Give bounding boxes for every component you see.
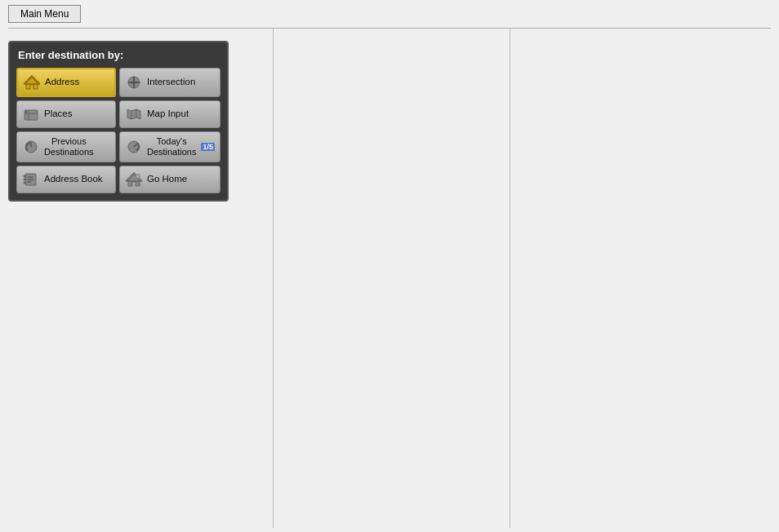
main-menu-button[interactable]: Main Menu — [8, 5, 81, 23]
map-input-button[interactable]: Map Input — [119, 100, 220, 128]
intersection-button[interactable]: Intersection — [119, 68, 220, 97]
svg-rect-21 — [24, 175, 26, 177]
map-input-icon — [125, 105, 143, 123]
go-home-icon — [125, 171, 143, 188]
places-label: Places — [44, 109, 73, 120]
places-button[interactable]: Places — [16, 100, 116, 128]
todays-destinations-button[interactable]: Today'sDestinations 1/5 — [119, 131, 220, 162]
svg-point-5 — [132, 81, 136, 84]
previous-destinations-button[interactable]: PreviousDestinations — [16, 131, 116, 162]
svg-point-26 — [136, 175, 140, 179]
address-icon — [23, 73, 41, 91]
go-home-button[interactable]: Go Home — [119, 166, 220, 193]
address-label: Address — [45, 77, 79, 88]
intersection-icon — [125, 73, 143, 91]
todays-destinations-badge: 1/5 — [201, 143, 215, 151]
middle-panel — [274, 29, 510, 528]
right-panel — [510, 29, 779, 528]
previous-destinations-icon — [22, 138, 40, 156]
svg-rect-22 — [24, 179, 26, 180]
previous-destinations-label: PreviousDestinations — [44, 136, 94, 157]
svg-marker-10 — [127, 109, 140, 119]
map-input-label: Map Input — [147, 109, 189, 120]
address-button[interactable]: Address — [16, 68, 116, 97]
nav-grid: Address Intersection — [16, 68, 220, 193]
nav-screen: Enter destination by: Address — [8, 41, 229, 202]
svg-point-9 — [25, 111, 27, 113]
address-book-icon — [22, 171, 40, 188]
svg-rect-23 — [24, 182, 26, 184]
top-bar: Main Menu — [0, 0, 779, 28]
left-panel: Enter destination by: Address — [0, 29, 274, 528]
address-book-label: Address Book — [44, 174, 103, 185]
content-area: Enter destination by: Address — [0, 29, 779, 528]
nav-screen-title: Enter destination by: — [16, 49, 220, 61]
intersection-label: Intersection — [147, 77, 195, 88]
go-home-label: Go Home — [147, 174, 187, 185]
address-book-button[interactable]: Address Book — [16, 166, 116, 193]
todays-destinations-label: Today'sDestinations — [147, 136, 197, 157]
todays-destinations-icon — [125, 138, 143, 156]
places-icon — [22, 105, 40, 123]
